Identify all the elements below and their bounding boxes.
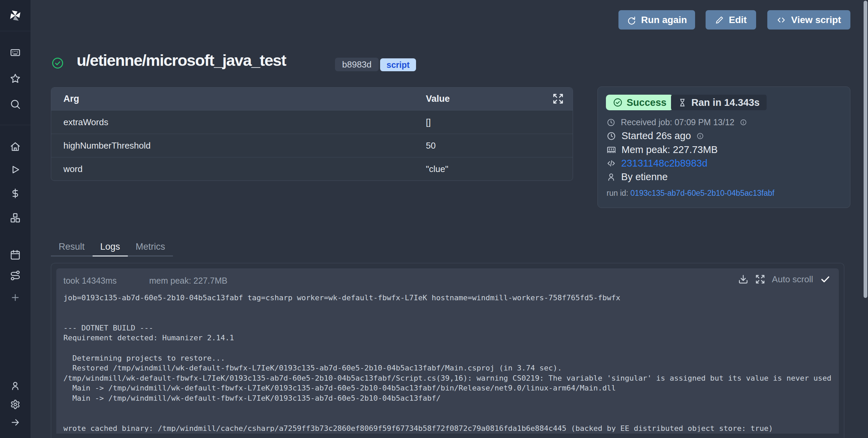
star-icon[interactable] (10, 73, 21, 84)
arg-column-header: Arg (63, 94, 79, 104)
collapse-sidebar-icon[interactable] (10, 417, 20, 427)
duration-label: Ran in 14.343s (691, 97, 760, 108)
created-by-row: By etienne (607, 171, 668, 183)
args-table: Arg Value extraWords [] highNumberThresh… (51, 87, 573, 181)
auto-scroll-label: Auto scroll (772, 274, 813, 285)
started-text: Started 26s ago (622, 130, 691, 141)
sidebar-divider (0, 125, 31, 125)
script-hash-row: 23131148c2b8983d (607, 158, 707, 169)
run-again-label: Run again (641, 15, 687, 25)
args-table-header: Arg Value (51, 88, 573, 110)
received-job-text: Received job: 07:09 PM 13/12 (621, 117, 734, 127)
log-mem-peak-text: mem peak: 227.7MB (149, 276, 228, 286)
table-row: extraWords [] (51, 110, 573, 134)
check-circle-icon (613, 97, 623, 108)
edit-label: Edit (729, 15, 747, 25)
arg-value: 50 (426, 140, 436, 151)
view-script-button[interactable]: View script (767, 10, 850, 30)
job-status-panel: Success Ran in 14.343s Received job: 07:… (597, 87, 850, 208)
run-id-row: run id: 0193c135-ab7d-60e5-2b10-04b5ac13… (607, 189, 774, 198)
table-row: highNumberThreshold 50 (51, 134, 573, 157)
arg-name: word (63, 164, 82, 174)
log-duration-text: took 14343ms (63, 276, 117, 286)
code-icon (776, 15, 786, 25)
status-badge: Success (606, 95, 673, 110)
mem-peak-row: Mem peak: 227.73MB (607, 144, 718, 155)
script-hash-link[interactable]: 23131148c2b8983d (621, 158, 707, 169)
script-type-badge: script (380, 58, 416, 71)
person-icon (607, 172, 616, 182)
create-icon[interactable] (10, 292, 20, 303)
edit-button[interactable]: Edit (706, 10, 756, 30)
script-hash-badge[interactable]: b8983d (335, 58, 379, 71)
user-icon[interactable] (10, 381, 20, 391)
clock-icon (607, 118, 615, 127)
arg-name: highNumberThreshold (63, 140, 151, 151)
code-icon (607, 159, 616, 168)
tab-metrics[interactable]: Metrics (128, 238, 173, 256)
mem-peak-text: Mem peak: 227.73MB (622, 144, 718, 155)
info-icon[interactable] (696, 132, 704, 140)
log-viewer: took 14343ms mem peak: 227.7MB Auto scro… (56, 268, 839, 434)
status-label: Success (627, 97, 667, 108)
schedules-icon[interactable] (10, 249, 21, 260)
run-id-label: run id: (607, 189, 630, 197)
download-log-icon[interactable] (738, 274, 748, 284)
auto-scroll-checkbox[interactable] (820, 274, 831, 285)
view-script-label: View script (791, 15, 841, 25)
received-job-row: Received job: 07:09 PM 13/12 (607, 117, 747, 127)
logs-panel: took 14343ms mem peak: 227.7MB Auto scro… (51, 263, 844, 438)
log-output[interactable]: job=0193c135-ab7d-60e5-2b10-04b5ac13fabf… (63, 293, 833, 432)
hourglass-icon (678, 98, 687, 107)
created-by-text: By etienne (621, 171, 668, 183)
run-again-button[interactable]: Run again (618, 10, 695, 30)
duration-chip: Ran in 14.343s (671, 95, 767, 110)
apps-icon[interactable] (10, 47, 21, 58)
pencil-icon (715, 16, 724, 24)
page-scrollbar-thumb[interactable] (864, 1, 867, 298)
memory-icon (607, 145, 616, 155)
arg-name: extraWords (63, 117, 108, 128)
settings-icon[interactable] (10, 399, 20, 410)
windmill-logo[interactable] (7, 8, 23, 23)
arg-value: [] (426, 117, 431, 128)
expand-args-icon[interactable] (552, 93, 564, 104)
search-icon[interactable] (10, 99, 21, 110)
success-check-icon (51, 56, 64, 70)
clock-icon (607, 131, 616, 141)
arg-value: "clue" (426, 164, 448, 174)
result-tabs: Result Logs Metrics (51, 238, 173, 256)
runs-icon[interactable] (10, 164, 21, 175)
refresh-icon (627, 15, 636, 25)
log-controls: Auto scroll (738, 274, 831, 285)
variables-icon[interactable] (10, 188, 21, 199)
resources-icon[interactable] (10, 212, 21, 223)
expand-log-icon[interactable] (755, 274, 765, 284)
flows-icon[interactable] (10, 270, 21, 281)
tab-result[interactable]: Result (51, 238, 93, 256)
sidebar-divider (0, 31, 31, 31)
page-title: u/etienne/microsoft_java_test (77, 51, 286, 70)
run-id-link[interactable]: 0193c135-ab7d-60e5-2b10-04b5ac13fabf (630, 189, 774, 197)
home-icon[interactable] (10, 141, 21, 152)
sidebar (0, 0, 31, 438)
value-column-header: Value (426, 94, 450, 104)
started-row: Started 26s ago (607, 130, 704, 141)
info-icon[interactable] (740, 119, 747, 126)
table-row: word "clue" (51, 157, 573, 180)
tab-logs[interactable]: Logs (93, 238, 128, 256)
